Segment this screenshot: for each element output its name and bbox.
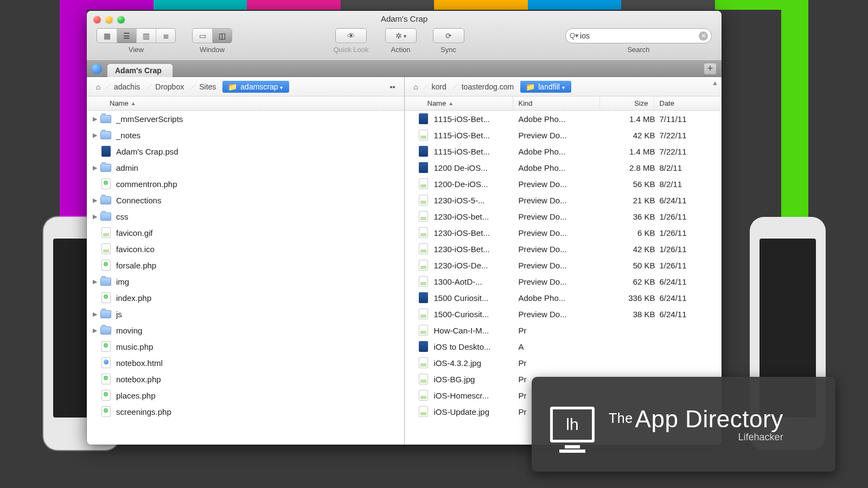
home-icon[interactable]: ⌂ bbox=[410, 81, 422, 92]
file-kind: Preview Do... bbox=[519, 196, 605, 205]
view-toggle-icon[interactable]: ▪▪ bbox=[387, 81, 399, 92]
scroll-up-icon[interactable]: ▲ bbox=[712, 79, 718, 87]
php-icon bbox=[100, 341, 112, 352]
column-kind[interactable]: Kind bbox=[513, 97, 600, 110]
list-item[interactable]: 1115-iOS-Bet...Adobe Pho...1.4 MB7/22/11 bbox=[405, 143, 722, 159]
list-item[interactable]: 1230-iOS-bet...Preview Do...36 KB1/26/11 bbox=[405, 208, 722, 224]
list-item[interactable]: ▶moving bbox=[87, 322, 404, 338]
list-item[interactable]: 1300-AotD-...Preview Do...62 KB6/24/11 bbox=[405, 273, 722, 290]
minimize-button[interactable] bbox=[105, 16, 113, 23]
column-date[interactable]: Date bbox=[654, 97, 714, 110]
list-item[interactable]: 1500-Curiosit...Preview Do...38 KB6/24/1… bbox=[405, 306, 722, 322]
app-directory-overlay: lh TheApp Directory Lifehacker bbox=[532, 377, 835, 472]
file-name: forsale.php bbox=[116, 261, 404, 270]
file-date: 7/11/11 bbox=[660, 114, 719, 124]
search-input[interactable] bbox=[580, 31, 696, 40]
list-item[interactable]: 1200-De-iOS...Preview Do...56 KB8/2/11 bbox=[405, 176, 722, 192]
breadcrumb[interactable]: kord bbox=[423, 81, 453, 93]
list-item[interactable]: ▶Connections bbox=[87, 192, 404, 208]
list-item[interactable]: 1200 De-iOS...Adobe Pho...2.8 MB8/2/11 bbox=[405, 159, 722, 176]
list-item[interactable]: screenings.php bbox=[87, 403, 404, 420]
column-name[interactable]: Name▲ bbox=[405, 97, 513, 110]
file-kind: Preview Do... bbox=[519, 131, 605, 140]
window-dual-button[interactable]: ◫ bbox=[212, 29, 232, 43]
sort-asc-icon: ▲ bbox=[131, 100, 136, 106]
zoom-button[interactable] bbox=[117, 16, 125, 23]
view-column-button[interactable]: ▥ bbox=[136, 29, 156, 43]
home-icon[interactable]: ⌂ bbox=[92, 81, 104, 92]
list-item[interactable]: 1230-iOS-Bet...Preview Do...6 KB1/26/11 bbox=[405, 224, 722, 241]
list-item[interactable]: 1115-iOS-Bet...Preview Do...42 KB7/22/11 bbox=[405, 127, 722, 143]
left-file-list[interactable]: ▶_mmServerScripts▶_notesAdam's Crap.psd▶… bbox=[87, 111, 404, 445]
list-item[interactable]: ▶js bbox=[87, 306, 404, 322]
disclosure-triangle[interactable]: ▶ bbox=[91, 164, 99, 171]
disclosure-triangle[interactable]: ▶ bbox=[91, 197, 99, 204]
disclosure-triangle[interactable]: ▶ bbox=[91, 278, 99, 285]
disclosure-triangle[interactable]: ▶ bbox=[91, 327, 99, 334]
breadcrumb[interactable]: 📁adamscrap ▾ bbox=[222, 81, 289, 93]
action-label: Action bbox=[391, 46, 410, 54]
list-item[interactable]: iOS to Deskto...A bbox=[405, 338, 722, 355]
file-kind: Preview Do... bbox=[519, 310, 605, 319]
breadcrumb[interactable]: adachis bbox=[105, 81, 146, 93]
php-icon bbox=[100, 292, 112, 304]
list-item[interactable]: favicon.ico bbox=[87, 241, 404, 257]
quicklook-button[interactable]: 👁 bbox=[335, 28, 367, 43]
file-name: 1115-iOS-Bet... bbox=[434, 131, 519, 140]
column-name[interactable]: Name▲ bbox=[87, 97, 404, 110]
tab-adams-crap[interactable]: Adam's Crap bbox=[107, 64, 173, 77]
right-column-headers: Name▲ Kind Size Date bbox=[405, 97, 722, 111]
list-item[interactable]: iOS-4.3.2.jpgPr bbox=[405, 355, 722, 371]
list-item[interactable]: 1115-iOS-Bet...Adobe Pho...1.4 MB7/11/11 bbox=[405, 111, 722, 127]
file-name: 1500 Curiosit... bbox=[434, 293, 519, 303]
add-tab-button[interactable]: + bbox=[704, 63, 716, 74]
image-icon bbox=[418, 129, 430, 141]
list-item[interactable]: notebox.html bbox=[87, 355, 404, 371]
list-item[interactable]: notebox.php bbox=[87, 371, 404, 387]
close-button[interactable] bbox=[93, 16, 101, 23]
list-item[interactable]: ▶_notes bbox=[87, 127, 404, 143]
breadcrumb[interactable]: Sites bbox=[190, 81, 222, 93]
image-icon bbox=[418, 389, 430, 401]
file-name: img bbox=[116, 277, 404, 286]
view-list-button[interactable]: ☰ bbox=[117, 29, 136, 43]
list-item[interactable]: ▶admin bbox=[87, 159, 404, 176]
list-item[interactable]: How-Can-I-M...Pr bbox=[405, 322, 722, 338]
image-icon bbox=[418, 406, 430, 418]
sync-button[interactable]: ⟳ bbox=[433, 28, 464, 43]
list-item[interactable]: ▶_mmServerScripts bbox=[87, 111, 404, 127]
action-button[interactable]: ✲▾ bbox=[385, 28, 417, 43]
image-icon bbox=[418, 357, 430, 369]
disclosure-triangle[interactable]: ▶ bbox=[91, 132, 99, 139]
clear-search-button[interactable]: ✕ bbox=[699, 31, 708, 41]
disclosure-triangle[interactable]: ▶ bbox=[91, 115, 99, 123]
list-item[interactable]: 1230-iOS-5-...Preview Do...21 KB6/24/11 bbox=[405, 192, 722, 208]
disclosure-triangle[interactable]: ▶ bbox=[91, 311, 99, 318]
list-item[interactable]: Adam's Crap.psd bbox=[87, 143, 404, 159]
list-item[interactable]: music.php bbox=[87, 338, 404, 355]
window-single-button[interactable]: ▭ bbox=[193, 29, 212, 43]
list-item[interactable]: 1230-iOS-Bet...Preview Do...42 KB1/26/11 bbox=[405, 241, 722, 257]
window-group: ▭ ◫ Window bbox=[192, 28, 232, 54]
view-coverflow-button[interactable]: ≣ bbox=[156, 29, 175, 43]
file-kind: Adobe Pho... bbox=[519, 293, 605, 303]
list-item[interactable]: favicon.gif bbox=[87, 224, 404, 241]
list-item[interactable]: 1230-iOS-De...Preview Do...50 KB1/26/11 bbox=[405, 257, 722, 273]
breadcrumb[interactable]: 📁landfill ▾ bbox=[520, 81, 571, 93]
list-item[interactable]: 1500 Curiosit...Adobe Pho...336 KB6/24/1… bbox=[405, 290, 722, 306]
column-size[interactable]: Size bbox=[600, 97, 654, 110]
list-item[interactable]: places.php bbox=[87, 387, 404, 403]
list-item[interactable]: index.php bbox=[87, 290, 404, 306]
file-kind: Preview Do... bbox=[519, 261, 605, 270]
list-item[interactable]: ▶img bbox=[87, 273, 404, 290]
list-item[interactable]: commentron.php bbox=[87, 176, 404, 192]
breadcrumb[interactable]: toasterdog.com bbox=[453, 81, 521, 93]
globe-icon[interactable] bbox=[91, 63, 102, 74]
left-path-bar: ⌂ adachisDropboxSites📁adamscrap ▾ ▪▪ bbox=[87, 77, 404, 97]
list-item[interactable]: ▶css bbox=[87, 208, 404, 224]
view-icon-button[interactable]: ▦ bbox=[97, 29, 117, 43]
list-item[interactable]: forsale.php bbox=[87, 257, 404, 273]
disclosure-triangle[interactable]: ▶ bbox=[91, 213, 99, 220]
breadcrumb[interactable]: Dropbox bbox=[146, 81, 190, 93]
file-name: css bbox=[116, 212, 404, 221]
